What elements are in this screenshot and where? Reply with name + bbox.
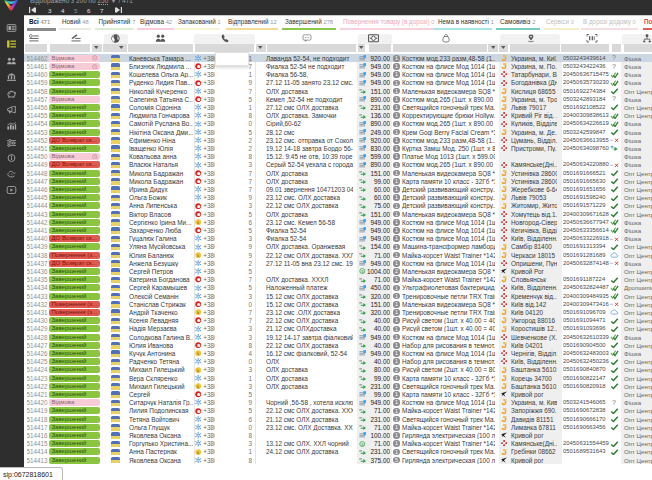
svg-text:k: k <box>198 253 200 257</box>
svg-text:k: k <box>198 352 200 356</box>
svg-text:k: k <box>198 450 200 454</box>
svg-text:k: k <box>198 385 200 389</box>
svg-text:k: k <box>198 368 200 372</box>
svg-text:k: k <box>198 311 200 315</box>
svg-text:k: k <box>198 221 200 225</box>
